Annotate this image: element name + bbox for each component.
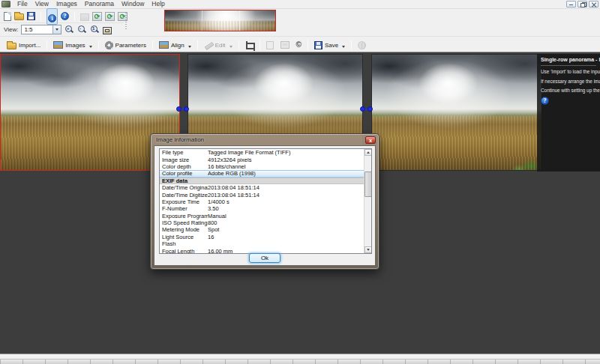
align-icon [159,41,169,49]
dialog-row[interactable]: Flash [160,240,364,247]
toolbar-action-row: Import... Images Parameters Align Edit [4,38,369,52]
crop-icon [245,41,254,49]
align-label: Align [171,42,184,49]
scrollbar-thumb[interactable] [364,172,372,197]
dialog-row[interactable]: Date/Time Digitized2013:08:04 18:51:14 [160,191,364,198]
dialog-row-value: 1/4000 s [208,198,364,205]
dialog-row-value: Adobe RGB (1998) [208,170,364,177]
dialog-row-value: Manual [208,213,364,219]
menu-item-panorama[interactable]: Panorama [81,0,118,8]
menu-item-images[interactable]: Images [52,0,81,8]
separator [98,40,99,50]
dialog-row[interactable]: F-Number3.50 [160,205,364,212]
dialog-row-label: Exposure Program [160,213,208,219]
copyright-button[interactable] [293,39,304,51]
import-icon [7,43,16,49]
dialog-row[interactable]: Exposure Time1/4000 s [160,198,364,205]
dialog-row-label: ISO Speed Ratings [160,219,208,226]
dialog-row-label: Light Source [160,234,208,240]
menu-bar: FileViewImagesPanoramaWindowHelp [0,0,600,9]
new-file-icon[interactable] [4,12,11,21]
zoom-fit-icon[interactable] [103,27,112,34]
combo-arrow[interactable] [52,25,61,34]
view-label: View: [4,26,18,33]
toolbar-grip [125,13,127,31]
dialog-close-button[interactable]: x [365,136,376,144]
taskbar[interactable] [0,359,600,364]
dialog-row[interactable]: ISO Speed Ratings800 [160,219,364,226]
dialog-row-label: Color depth [160,163,208,170]
save-label: Save [325,42,338,49]
web-export-button [355,40,369,51]
scroll-down-button[interactable] [364,246,372,253]
scroll-up-button[interactable] [364,149,372,156]
align-button[interactable]: Align [156,40,194,50]
crop-button[interactable] [242,40,256,51]
images-button[interactable]: Images [50,40,94,50]
close-window-button[interactable] [589,1,598,7]
dialog-body: File typeTagged Image File Format (TIFF)… [154,145,376,266]
status-bar [0,354,600,359]
dropdown-caret [89,46,92,48]
parameters-label: Parameters [116,42,146,49]
toolbar-view-row: View: 1:5 + - 1 [4,24,112,35]
zoom-out-icon[interactable]: - [77,25,87,34]
dialog-list: File typeTagged Image File Format (TIFF)… [159,148,372,254]
dropdown-caret [230,46,232,48]
dialog-row[interactable]: Light Source16 [160,234,364,240]
dialog-row[interactable]: Image size4912x3264 pixels [160,156,364,163]
import-button[interactable]: Import... [4,40,44,51]
dialog-row[interactable]: Color depth16 bits/channel [160,163,364,170]
zoom-level-value: 1:5 [22,26,52,33]
menu-item-window[interactable]: Window [118,0,148,8]
help-icon[interactable] [61,12,69,20]
toolbar-divider [0,36,600,37]
toolbar-file-row [4,10,128,22]
zoom-actual-icon[interactable]: 1 [90,25,100,34]
thumbnail-seam [202,10,202,31]
wizard-paragraphs: Use 'Import' to load the input images of… [541,69,596,94]
menu-item-view[interactable]: View [32,0,52,8]
preview-button [278,40,292,50]
panorama-thumbnail[interactable] [164,10,276,31]
dialog-title: Image information [151,134,379,145]
monitor-icon [280,41,290,49]
dialog-row[interactable]: Color profileAdobe RGB (1998) [160,170,364,177]
dialog-row[interactable]: Exposure ProgramManual [160,213,364,219]
link-dot[interactable] [368,106,373,112]
restore-button[interactable] [578,1,587,7]
save-button[interactable]: Save [311,40,348,51]
minimize-button[interactable] [566,1,576,7]
menu-item-help[interactable]: Help [148,0,168,8]
export-image-icon-2[interactable] [105,12,115,21]
dialog-row-label: File type [160,149,208,156]
scrollbar[interactable] [364,149,371,253]
save-icon[interactable] [27,12,35,20]
link-dot[interactable] [184,106,189,112]
globe-icon [358,41,366,49]
open-folder-icon[interactable] [14,13,24,20]
dialog-row[interactable]: File typeTagged Image File Format (TIFF) [160,149,364,156]
wizard-help-icon[interactable] [541,97,549,105]
menu-bar-items: FileViewImagesPanoramaWindowHelp [14,0,169,8]
export-image-icon-1[interactable] [92,12,102,21]
zoom-in-icon[interactable]: + [64,25,74,34]
dialog-row-value: 16 [208,234,364,240]
dialog-row[interactable]: Metering ModeSpot [160,226,364,233]
zoom-level-select[interactable]: 1:5 [21,25,62,34]
wizard-panel: Single-row panorama - Import input image… [537,54,600,172]
separator [152,40,153,50]
ok-button[interactable]: Ok [249,253,280,263]
menu-item-file[interactable]: File [14,0,32,8]
parameters-button[interactable]: Parameters [102,40,149,51]
dropdown-caret [188,46,191,48]
info-button[interactable] [46,8,58,25]
link-dot[interactable] [360,106,365,112]
edit-label: Edit [215,42,226,49]
toolbar-divider [0,22,124,23]
separator [74,11,75,21]
dialog-row[interactable]: Date/Time Original2013:08:04 18:51:14 [160,184,364,191]
dialog-row[interactable]: EXIF data [160,178,364,184]
source-image-3[interactable] [371,54,542,171]
link-dot[interactable] [176,106,182,112]
